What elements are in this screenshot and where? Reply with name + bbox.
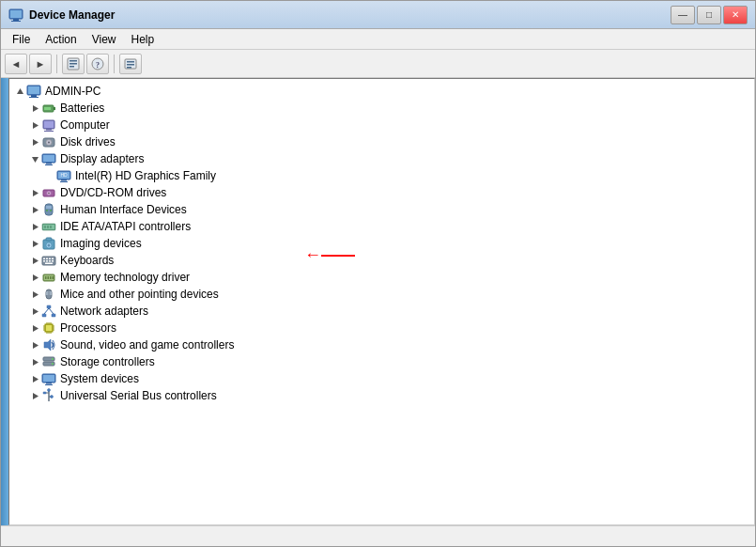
svg-rect-48 (46, 206, 52, 209)
tree-expander-sound[interactable] (28, 338, 41, 352)
tree-expander-imaging[interactable] (28, 237, 41, 250)
menu-help[interactable]: Help (124, 31, 162, 48)
svg-rect-115 (46, 383, 52, 384)
tree-expander-admin-pc[interactable] (13, 85, 26, 98)
tree-label-display-adapters: Display adapters (60, 152, 144, 165)
tree-expander-network[interactable] (28, 305, 41, 318)
close-button[interactable]: ✕ (723, 6, 748, 24)
maximize-button[interactable]: □ (697, 6, 721, 24)
device-manager-window: Device Manager — □ ✕ File Action View He… (0, 0, 756, 547)
tree-expander-computer[interactable] (28, 118, 41, 132)
tree-icon-ide (41, 219, 56, 234)
tree-icon-batteries (41, 101, 56, 116)
tree-item-imaging[interactable]: Imaging devices (9, 235, 754, 252)
properties-button[interactable] (62, 54, 85, 74)
tree-item-disk-drives[interactable]: Disk drives (9, 133, 754, 150)
status-bar (1, 525, 755, 546)
svg-rect-71 (52, 260, 54, 262)
tree-item-sound[interactable]: Sound, video and game controllers (9, 336, 754, 353)
svg-rect-88 (52, 314, 55, 317)
svg-rect-68 (43, 260, 45, 262)
menu-file[interactable]: File (5, 31, 38, 48)
tree-expander-processors[interactable] (28, 321, 41, 335)
svg-rect-83 (49, 291, 52, 295)
tree-icon-hid (41, 202, 56, 217)
tree-item-network[interactable]: Network adapters (9, 303, 754, 320)
svg-rect-34 (46, 163, 52, 164)
svg-marker-19 (33, 105, 39, 112)
tree-label-keyboards: Keyboards (60, 254, 114, 267)
svg-point-49 (46, 210, 48, 211)
tree-label-batteries: Batteries (60, 102, 104, 115)
tree-item-memory-tech[interactable]: Memory technology driver (9, 269, 754, 286)
tree-icon-admin-pc (26, 84, 41, 99)
tree-item-display-adapters[interactable]: Display adapters (9, 150, 754, 167)
tree-icon-computer (41, 117, 56, 133)
content-area: ADMIN-PCBatteriesComputerDisk drivesDisp… (1, 78, 755, 525)
menu-view[interactable]: View (85, 31, 124, 48)
tree-item-admin-pc[interactable]: ADMIN-PC (9, 83, 754, 100)
forward-button[interactable]: ► (29, 54, 52, 74)
tree-item-system[interactable]: System devices (9, 370, 754, 387)
tree-expander-keyboards[interactable] (28, 254, 41, 267)
svg-rect-36 (43, 155, 54, 162)
tree-item-intel-hd[interactable]: HDIntel(R) HD Graphics Family (9, 167, 754, 184)
toolbar-separator-2 (114, 55, 115, 73)
tree-expander-usb[interactable] (28, 389, 41, 402)
tree-label-usb: Universal Serial Bus controllers (60, 389, 217, 402)
device-tree[interactable]: ADMIN-PCBatteriesComputerDisk drivesDisp… (8, 78, 755, 525)
svg-marker-57 (33, 241, 39, 247)
tree-label-system: System devices (60, 372, 139, 385)
svg-text:?: ? (96, 60, 100, 69)
tree-item-computer[interactable]: Computer (9, 117, 754, 133)
view-button[interactable] (119, 54, 142, 74)
svg-rect-38 (61, 180, 67, 181)
svg-rect-47 (45, 204, 53, 215)
svg-rect-65 (46, 258, 48, 260)
tree-expander-storage[interactable] (28, 355, 41, 368)
help-icon-button[interactable]: ? (86, 54, 109, 74)
left-accent (1, 78, 8, 525)
tree-expander-dvd[interactable] (28, 186, 41, 199)
minimize-button[interactable]: — (671, 6, 695, 24)
svg-rect-5 (69, 60, 77, 62)
tree-expander-batteries[interactable] (28, 102, 41, 115)
tree-item-dvd[interactable]: DVD/CD-ROM drives (9, 184, 754, 201)
tree-expander-display-adapters[interactable] (28, 152, 41, 165)
tree-label-ide: IDE ATA/ATAPI controllers (60, 220, 191, 233)
svg-marker-62 (33, 258, 39, 264)
tree-item-mice[interactable]: Mice and other pointing devices (9, 286, 754, 303)
tree-expander-disk-drives[interactable] (28, 135, 41, 148)
tree-expander-hid[interactable] (28, 203, 41, 216)
tree-item-ide[interactable]: IDE ATA/ATAPI controllers (9, 218, 754, 235)
tree-expander-intel-hd[interactable] (43, 169, 56, 182)
tree-item-usb[interactable]: Universal Serial Bus controllers (9, 387, 754, 404)
tree-item-keyboards[interactable]: Keyboards (9, 252, 754, 269)
tree-item-storage[interactable]: Storage controllers (9, 353, 754, 370)
tree-icon-processors (41, 320, 56, 336)
tree-expander-ide[interactable] (28, 220, 41, 233)
back-button[interactable]: ◄ (5, 54, 27, 74)
svg-rect-39 (60, 181, 68, 182)
svg-rect-16 (31, 95, 37, 97)
svg-marker-80 (33, 291, 39, 298)
window-title: Device Manager (29, 8, 671, 22)
app-icon (8, 8, 23, 23)
svg-marker-32 (32, 157, 39, 163)
tree-item-batteries[interactable]: Batteries (9, 100, 754, 117)
svg-point-31 (48, 142, 50, 144)
tree-item-processors[interactable]: Processors (9, 320, 754, 336)
tree-expander-memory-tech[interactable] (28, 271, 41, 284)
menu-action[interactable]: Action (38, 31, 84, 48)
svg-marker-113 (33, 376, 39, 383)
svg-rect-67 (52, 258, 54, 260)
tree-item-hid[interactable]: Human Interface Devices (9, 201, 754, 218)
svg-rect-59 (46, 238, 52, 241)
tree-expander-mice[interactable] (28, 288, 41, 301)
svg-rect-79 (53, 276, 54, 279)
svg-line-90 (49, 308, 54, 314)
svg-rect-22 (44, 107, 51, 110)
svg-rect-77 (48, 276, 50, 279)
tree-icon-intel-hd: HD (56, 168, 71, 183)
tree-expander-system[interactable] (28, 372, 41, 385)
